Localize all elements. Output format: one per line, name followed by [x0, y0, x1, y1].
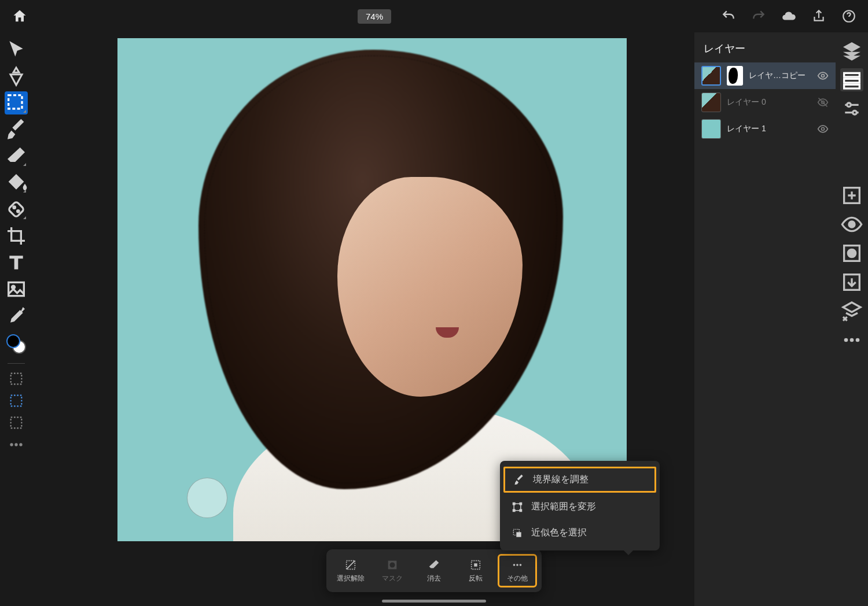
selection-action-bar: 選択解除 マスク 消去 反転 その他 [326, 549, 542, 592]
svg-rect-34 [520, 509, 521, 511]
more-tool[interactable] [5, 435, 28, 454]
place-image-tool[interactable] [5, 278, 28, 301]
visibility-toggle[interactable] [817, 70, 829, 82]
layer-properties-icon[interactable] [840, 68, 863, 91]
svg-rect-17 [844, 73, 860, 77]
transform-tool[interactable] [5, 65, 28, 88]
home-indicator[interactable] [382, 600, 486, 603]
svg-rect-18 [844, 79, 860, 83]
button-label: 反転 [469, 574, 483, 583]
more-icon[interactable] [840, 328, 863, 352]
add-layer-icon[interactable] [840, 184, 863, 207]
erase-button[interactable]: 消去 [414, 554, 454, 587]
refine-edge-item[interactable]: 境界線を調整 [503, 467, 656, 493]
visibility-icon[interactable] [840, 213, 863, 236]
svg-rect-2 [8, 201, 24, 217]
eraser-tool[interactable] [5, 145, 28, 168]
adjustments-icon[interactable] [840, 97, 863, 120]
svg-point-23 [849, 221, 855, 227]
svg-rect-7 [11, 374, 22, 385]
svg-point-13 [822, 75, 825, 77]
mask-icon [386, 559, 399, 571]
svg-rect-31 [513, 502, 515, 504]
svg-rect-42 [474, 563, 477, 567]
deselect-button[interactable]: 選択解除 [331, 554, 370, 587]
visibility-toggle[interactable] [817, 123, 829, 135]
stamp-tool[interactable] [5, 413, 28, 432]
svg-point-21 [853, 110, 857, 114]
lasso-tool[interactable] [5, 391, 28, 410]
layers-icon[interactable] [840, 39, 863, 62]
mask-button[interactable]: マスク [373, 554, 412, 587]
visibility-toggle[interactable] [817, 97, 829, 108]
svg-point-12 [19, 443, 22, 446]
layer-row[interactable]: レイヤー 1 [694, 116, 836, 142]
top-bar: 74% [0, 0, 868, 32]
zoom-indicator[interactable]: 74% [358, 9, 391, 24]
more-button[interactable]: その他 [498, 554, 537, 587]
menu-label: 境界線を調整 [533, 474, 589, 486]
brush-tool[interactable] [5, 118, 28, 141]
layer-row[interactable]: レイヤー 0 [694, 89, 836, 116]
svg-point-16 [822, 128, 825, 131]
svg-rect-19 [844, 84, 860, 88]
button-label: 選択解除 [337, 574, 365, 583]
selection-tool[interactable] [5, 91, 28, 114]
brush-icon [513, 474, 525, 486]
svg-rect-8 [11, 396, 22, 407]
svg-point-10 [10, 443, 13, 446]
button-label: マスク [382, 574, 403, 583]
svg-point-45 [520, 564, 522, 566]
left-toolbar [0, 32, 32, 606]
svg-rect-36 [516, 532, 521, 537]
rect-select-tool[interactable] [5, 369, 28, 388]
layer-name: レイヤー 0 [727, 97, 811, 108]
redo-button[interactable] [751, 9, 766, 24]
undo-button[interactable] [721, 9, 736, 24]
mask-icon[interactable] [840, 242, 863, 265]
more-icon [511, 559, 524, 571]
layer-thumbnail [701, 93, 721, 112]
transform-selection-item[interactable]: 選択範囲を変形 [500, 494, 660, 520]
layer-thumbnail [701, 66, 721, 86]
erase-icon [428, 559, 440, 571]
svg-point-40 [389, 562, 395, 567]
button-label: 消去 [427, 574, 441, 583]
layers-panel: レイヤー レイヤ…コピー レイヤー 0 レイヤー 1 [694, 32, 836, 606]
svg-point-29 [856, 338, 860, 342]
crop-tool[interactable] [5, 224, 28, 247]
layer-name: レイヤ…コピー [749, 71, 811, 81]
healing-tool[interactable] [5, 198, 28, 221]
svg-rect-1 [9, 95, 22, 109]
more-options-popup: 境界線を調整 選択範囲を変形 近似色を選択 [500, 461, 660, 550]
right-toolbar [836, 32, 868, 606]
type-tool[interactable] [5, 251, 28, 274]
svg-line-38 [347, 560, 355, 569]
deselect-icon [344, 559, 357, 571]
help-button[interactable] [841, 9, 856, 24]
brush-cursor [187, 478, 227, 518]
delete-icon[interactable] [840, 300, 863, 323]
cloud-button[interactable] [781, 9, 796, 24]
fill-tool[interactable] [5, 171, 28, 194]
svg-point-43 [513, 564, 516, 566]
export-icon[interactable] [840, 271, 863, 294]
svg-point-25 [848, 249, 855, 257]
svg-point-20 [847, 103, 851, 107]
svg-point-4 [17, 210, 19, 212]
invert-icon [469, 559, 482, 571]
layer-row[interactable]: レイヤ…コピー [694, 62, 836, 89]
home-button[interactable] [12, 8, 28, 24]
move-tool[interactable] [5, 38, 28, 61]
share-button[interactable] [811, 9, 826, 24]
menu-label: 近似色を選択 [531, 527, 587, 539]
layer-thumbnail [701, 119, 721, 139]
menu-label: 選択範囲を変形 [531, 501, 596, 513]
similar-icon [512, 527, 523, 539]
color-swatches[interactable] [6, 334, 26, 354]
invert-button[interactable]: 反転 [456, 554, 495, 587]
button-label: その他 [507, 574, 528, 583]
eyedropper-tool[interactable] [5, 304, 28, 327]
svg-point-44 [516, 564, 518, 566]
select-similar-item[interactable]: 近似色を選択 [500, 520, 660, 546]
